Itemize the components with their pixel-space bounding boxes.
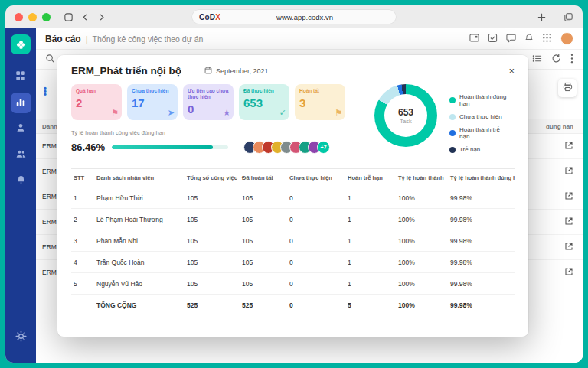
app-header: Báo cáo | Thống kê công việc theo dự án — [36, 28, 583, 50]
avatar-more-badge[interactable]: +7 — [317, 141, 330, 154]
gear-icon — [15, 331, 27, 345]
stat-card-overdue: Quá hạn 2 ⚑ — [71, 84, 122, 120]
panel-icon[interactable] — [469, 32, 479, 46]
address-bar[interactable]: CoDX www.app.codx.vn — [191, 9, 397, 24]
back-icon[interactable] — [81, 13, 90, 21]
new-tab-icon[interactable] — [537, 12, 547, 22]
table-row: 3Phan Mẫn Nhi10510501100%99.98% — [71, 230, 514, 252]
date-label: September, 2021 — [216, 67, 269, 75]
printer-icon — [563, 81, 573, 95]
progress-value: 86.46% — [71, 142, 105, 153]
forward-icon[interactable] — [97, 13, 106, 21]
external-link-icon[interactable] — [564, 265, 573, 279]
on-time-completion: Tỷ lệ hoàn thành công việc đúng hạn 86.4… — [71, 129, 374, 154]
table-header-row: STT Danh sách nhân viên Tổng số công việ… — [71, 169, 514, 187]
table-row: 1Phạm Hữu Thời10510501100%99.98% — [71, 187, 514, 209]
progress-bar — [112, 145, 228, 149]
modal-table-body: 1Phạm Hữu Thời10510501100%99.98%2Lê Phạm… — [71, 187, 514, 316]
legend-dot — [449, 97, 456, 103]
tab-overview-icon[interactable] — [564, 12, 573, 22]
bar-chart-icon — [15, 96, 26, 110]
send-icon: ➤ — [168, 108, 175, 118]
star-icon: ★ — [223, 108, 230, 118]
notification-bell-icon[interactable] — [524, 32, 534, 46]
bell-icon — [16, 174, 26, 188]
stat-card-complete: Hoàn tất 3 ⚑ — [295, 84, 345, 120]
stat-card-not-started: Chưa thực hiện 17 ➤ — [127, 84, 178, 120]
people-icon — [15, 148, 27, 162]
title-separator: | — [86, 34, 88, 44]
minimize-window-button[interactable] — [28, 13, 37, 21]
external-link-icon[interactable] — [564, 240, 573, 254]
drag-handle-icon[interactable]: ••• — [44, 86, 47, 96]
page-title: Báo cáo — [45, 34, 81, 44]
tab-stack-icon[interactable] — [64, 12, 74, 22]
app-sidebar — [5, 28, 36, 363]
print-button[interactable] — [558, 79, 577, 97]
sidebar-item-dashboard[interactable] — [11, 67, 31, 87]
page-subtitle: Thống kê công việc theo dự án — [93, 34, 204, 44]
flag-icon: ⚑ — [111, 108, 119, 118]
apps-grid-icon[interactable] — [542, 32, 552, 46]
sidebar-item-reports[interactable] — [11, 93, 31, 113]
table-row: 4Trần Quốc Hoàn10510501100%99.98% — [71, 252, 514, 273]
kebab-menu-icon[interactable] — [570, 53, 573, 67]
sidebar-item-settings[interactable] — [11, 327, 31, 348]
legend-dot — [449, 147, 456, 153]
stat-card-done: Đã thực hiện 653 ✓ — [239, 84, 289, 120]
legend-item: Hoàn thành trễ hạn — [449, 126, 511, 140]
avatar-group: +7 — [243, 141, 330, 154]
legend-item: Hoàn thành đúng hạn — [449, 93, 511, 107]
donut-legend: Hoàn thành đúng hạnChưa thực hiệnHoàn th… — [449, 84, 511, 159]
url-text: www.app.codx.vn — [220, 13, 389, 21]
table-row: 5Nguyễn Vũ Hảo10510501100%99.98% — [71, 273, 514, 295]
table-total-row: TỔNG CỘNG52552505100%99.98% — [71, 295, 514, 316]
external-link-icon[interactable] — [564, 190, 573, 204]
chat-icon[interactable] — [506, 32, 516, 46]
table-row: 2Lê Phạm Hoài Thương10510501100%99.98% — [71, 209, 514, 230]
external-link-icon[interactable] — [564, 139, 573, 153]
codx-app-logo[interactable] — [11, 34, 31, 54]
progress-fill — [112, 145, 212, 149]
donut-chart: 653 Task — [374, 84, 437, 147]
browser-chrome: CoDX www.app.codx.vn — [5, 5, 583, 28]
modal-title: ERM_Phát triển nội bộ — [71, 65, 181, 77]
stat-cards: Quá hạn 2 ⚑ Chưa thực hiện 17 ➤ Ưu tiên … — [71, 84, 374, 120]
progress-label: Tỷ lệ hoàn thành công việc đúng hạn — [71, 129, 374, 136]
dashboard-grid-icon — [15, 70, 26, 84]
task-check-icon[interactable] — [488, 32, 498, 46]
search-icon[interactable] — [45, 53, 55, 67]
stat-card-high-priority: Ưu tiên cao chưa thực hiện 0 ★ — [183, 84, 234, 120]
background-header-right: đúng hạn — [546, 123, 573, 130]
legend-item: Trễ hạn — [449, 146, 511, 153]
close-icon[interactable]: × — [508, 66, 514, 76]
zoom-window-button[interactable] — [42, 13, 51, 21]
check-icon: ✓ — [279, 108, 286, 118]
external-link-icon[interactable] — [564, 164, 573, 178]
external-link-icon[interactable] — [564, 215, 573, 229]
flag-icon: ⚑ — [335, 108, 342, 118]
list-view-icon[interactable] — [532, 53, 542, 67]
browser-window: CoDX www.app.codx.vn — [5, 5, 583, 363]
person-icon — [15, 122, 26, 136]
user-avatar[interactable] — [560, 32, 573, 45]
legend-item: Chưa thực hiện — [449, 113, 511, 120]
employee-table: STT Danh sách nhân viên Tổng số công việ… — [71, 168, 514, 315]
sidebar-item-notifications[interactable] — [11, 171, 31, 191]
refresh-icon[interactable] — [551, 53, 561, 67]
close-window-button[interactable] — [15, 13, 23, 21]
legend-dot — [449, 114, 456, 120]
codx-logo: CoDX — [199, 13, 220, 21]
sidebar-item-organization[interactable] — [11, 145, 31, 165]
legend-dot — [449, 130, 456, 136]
calendar-icon — [204, 67, 212, 76]
date-picker[interactable]: September, 2021 — [204, 67, 269, 76]
donut-center: 653 Task — [384, 94, 427, 137]
report-detail-modal: ERM_Phát triển nội bộ September, 2021 × … — [57, 55, 528, 337]
sidebar-item-profile[interactable] — [11, 119, 31, 139]
